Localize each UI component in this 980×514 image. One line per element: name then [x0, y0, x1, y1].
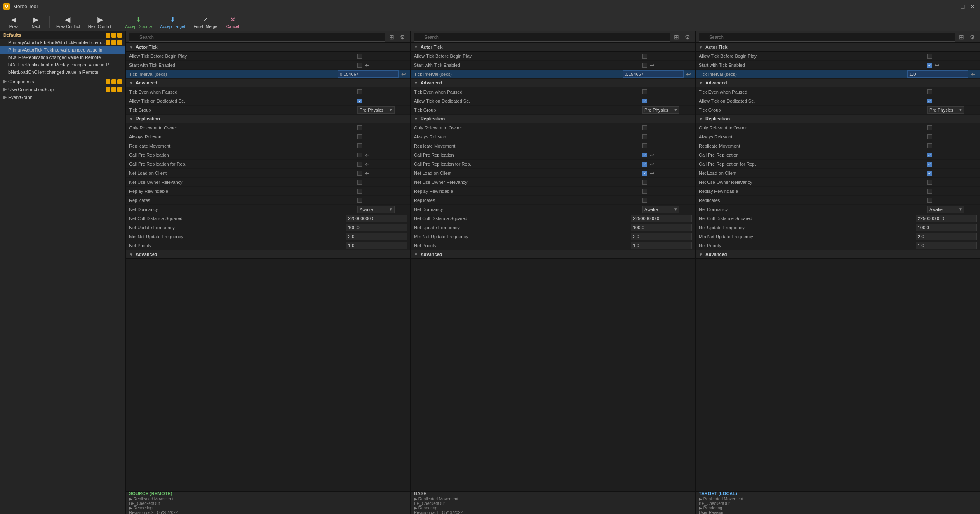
base-search-input[interactable] — [414, 33, 670, 42]
base-call-pre-rep-nav[interactable]: ↩ — [649, 152, 656, 158]
base-net-load-nav[interactable]: ↩ — [649, 170, 656, 176]
source-advanced-header[interactable]: ▼ Advanced — [126, 79, 410, 87]
source-always-relevant-checkbox[interactable] — [357, 134, 362, 139]
base-actor-tick-header[interactable]: ▼ Actor Tick — [411, 43, 695, 52]
source-replication-header[interactable]: ▼ Replication — [126, 115, 410, 123]
target-call-pre-rep-replay-checkbox[interactable]: ✓ — [927, 162, 932, 167]
target-replicates-checkbox[interactable] — [927, 198, 932, 203]
maximize-button[interactable]: □ — [959, 2, 967, 11]
source-net-use-owner-checkbox[interactable] — [357, 180, 362, 185]
base-replicates-checkbox[interactable] — [642, 198, 647, 203]
source-tick-interval-input[interactable] — [338, 70, 399, 78]
sidebar-item-2[interactable]: bCallPreReplication changed value in Rem… — [0, 54, 125, 61]
base-only-relevant-checkbox[interactable] — [642, 125, 647, 130]
next-button[interactable]: ▶ Next — [26, 14, 46, 31]
base-replication-header[interactable]: ▼ Replication — [411, 115, 695, 123]
source-tick-interval-nav[interactable]: ↩ — [400, 71, 407, 77]
base-min-net-update-input[interactable] — [631, 233, 692, 240]
source-replay-rewindable-checkbox[interactable] — [357, 189, 362, 194]
source-actor-tick-header[interactable]: ▼ Actor Tick — [126, 43, 410, 52]
base-net-priority-input[interactable] — [631, 242, 692, 249]
sidebar-item-4[interactable]: bNetLoadOnClient changed value in Remote — [0, 68, 125, 76]
base-tick-paused-checkbox[interactable] — [642, 89, 647, 94]
base-layout-icon[interactable]: ⊞ — [672, 33, 681, 42]
base-advanced-header[interactable]: ▼ Advanced — [411, 79, 695, 87]
base-net-cull-input[interactable] — [631, 215, 692, 222]
source-replicate-movement-checkbox[interactable] — [357, 143, 362, 148]
base-net-use-owner-checkbox[interactable] — [642, 180, 647, 185]
target-tick-paused-checkbox[interactable] — [927, 89, 932, 94]
target-always-relevant-checkbox[interactable] — [927, 134, 932, 139]
next-conflict-button[interactable]: |▶ Next Conflict — [85, 14, 115, 31]
target-allow-tick-checkbox[interactable] — [927, 54, 932, 59]
sidebar-item-3[interactable]: bCallPreReplicationForReplay changed val… — [0, 61, 125, 68]
base-advanced-sub-header[interactable]: ▼ Advanced — [411, 250, 695, 259]
base-always-relevant-checkbox[interactable] — [642, 134, 647, 139]
target-search-input[interactable] — [699, 33, 955, 42]
minimize-button[interactable]: — — [949, 2, 957, 11]
target-min-net-update-input[interactable] — [916, 233, 977, 240]
target-actor-tick-header[interactable]: ▼ Actor Tick — [696, 43, 980, 52]
source-allow-tick-checkbox[interactable] — [357, 54, 362, 59]
target-allow-dedicated-checkbox[interactable]: ✓ — [927, 99, 932, 103]
base-replicate-movement-checkbox[interactable] — [642, 143, 647, 148]
source-net-dormancy-select[interactable]: Awake — [357, 206, 395, 213]
source-net-load-checkbox[interactable] — [357, 171, 362, 176]
source-call-pre-rep-replay-nav[interactable]: ↩ — [364, 161, 371, 167]
target-replicate-movement-checkbox[interactable] — [927, 143, 932, 148]
source-call-pre-rep-replay-checkbox[interactable] — [357, 162, 362, 167]
source-settings-icon[interactable]: ⚙ — [398, 33, 407, 42]
target-advanced-sub-header[interactable]: ▼ Advanced — [696, 250, 980, 259]
source-net-load-nav[interactable]: ↩ — [364, 170, 371, 176]
source-net-cull-input[interactable] — [346, 215, 407, 222]
source-min-net-update-input[interactable] — [346, 233, 407, 240]
cancel-button[interactable]: ✕ Cancel — [222, 14, 243, 31]
accept-source-button[interactable]: ⬇ Accept Source — [122, 14, 155, 31]
source-call-pre-rep-checkbox[interactable] — [357, 153, 362, 157]
close-button[interactable]: ✕ — [968, 2, 977, 11]
prev-button[interactable]: ◀ Prev — [3, 14, 24, 31]
source-start-tick-checkbox[interactable] — [357, 63, 362, 68]
finish-merge-button[interactable]: ✓ Finish Merge — [190, 14, 221, 31]
source-start-tick-nav[interactable]: ↩ — [364, 62, 371, 68]
base-call-pre-rep-replay-checkbox[interactable]: ✓ — [642, 162, 647, 167]
target-net-cull-input[interactable] — [916, 215, 977, 222]
source-only-relevant-checkbox[interactable] — [357, 125, 362, 130]
target-tick-interval-nav[interactable]: ↩ — [970, 71, 977, 77]
base-tick-interval-input[interactable] — [623, 70, 684, 78]
prev-conflict-button[interactable]: ◀| Prev Conflict — [53, 14, 83, 31]
target-replication-header[interactable]: ▼ Replication — [696, 115, 980, 123]
base-tick-interval-nav[interactable]: ↩ — [685, 71, 692, 77]
sidebar-components[interactable]: ▶ Components — [0, 77, 125, 85]
source-advanced-sub-header[interactable]: ▼ Advanced — [126, 250, 410, 259]
base-start-tick-checkbox[interactable] — [642, 63, 647, 68]
base-net-dormancy-select[interactable]: Awake — [642, 206, 679, 213]
base-start-tick-nav[interactable]: ↩ — [649, 62, 656, 68]
base-tick-group-select[interactable]: Pre Physics — [642, 106, 679, 114]
base-allow-tick-checkbox[interactable] — [642, 54, 647, 59]
accept-target-button[interactable]: ⬇ Accept Target — [157, 14, 188, 31]
source-search-input[interactable] — [129, 33, 385, 42]
base-call-pre-rep-replay-nav[interactable]: ↩ — [649, 161, 656, 167]
base-allow-dedicated-checkbox[interactable]: ✓ — [642, 99, 647, 103]
sidebar-item-0[interactable]: PrimaryActorTick bStartWithTickEnabled c… — [0, 39, 125, 46]
target-advanced-header[interactable]: ▼ Advanced — [696, 79, 980, 87]
target-settings-icon[interactable]: ⚙ — [968, 33, 977, 42]
target-net-load-checkbox[interactable]: ✓ — [927, 171, 932, 176]
base-net-load-checkbox[interactable]: ✓ — [642, 171, 647, 176]
target-only-relevant-checkbox[interactable] — [927, 125, 932, 130]
base-call-pre-rep-checkbox[interactable]: ✓ — [642, 153, 647, 157]
sidebar-item-1[interactable]: PrimaryActorTick TickInterval changed va… — [0, 46, 125, 54]
target-net-use-owner-checkbox[interactable] — [927, 180, 932, 185]
base-net-update-freq-input[interactable] — [631, 224, 692, 231]
target-replay-rewindable-checkbox[interactable] — [927, 189, 932, 194]
source-tick-group-select[interactable]: Pre Physics — [357, 106, 395, 114]
target-tick-group-select[interactable]: Pre Physics — [927, 106, 964, 114]
target-net-dormancy-select[interactable]: Awake — [927, 206, 964, 213]
target-call-pre-rep-checkbox[interactable]: ✓ — [927, 153, 932, 157]
target-layout-icon[interactable]: ⊞ — [957, 33, 966, 42]
source-call-pre-rep-nav[interactable]: ↩ — [364, 152, 371, 158]
target-tick-interval-input[interactable] — [907, 70, 968, 78]
source-allow-dedicated-checkbox[interactable]: ✓ — [357, 99, 362, 103]
target-start-tick-nav[interactable]: ↩ — [934, 62, 940, 68]
